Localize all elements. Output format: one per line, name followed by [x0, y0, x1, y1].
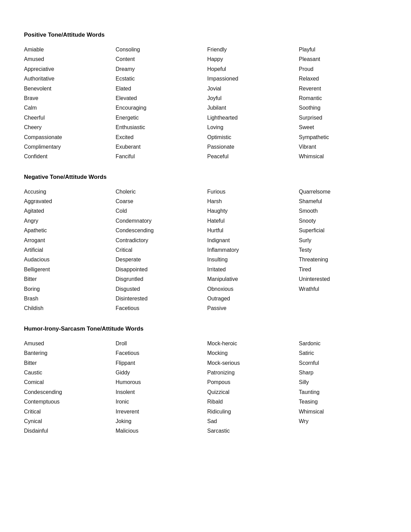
section-title-negative: Negative Tone/Attitude Words	[24, 174, 387, 181]
word-item: Humorous	[116, 378, 204, 387]
word-item: Indignant	[207, 236, 296, 245]
section-title-positive: Positive Tone/Attitude Words	[24, 32, 387, 38]
word-item: Malicious	[116, 426, 204, 435]
word-item: Whimsical	[299, 407, 387, 416]
word-item: Brash	[24, 294, 112, 303]
word-item: Exuberant	[116, 143, 204, 151]
word-item: Playful	[299, 45, 387, 54]
word-item: Inflammatory	[207, 246, 296, 255]
word-item: Amused	[24, 55, 112, 64]
word-item: Surprised	[299, 113, 387, 122]
word-item: Critical	[24, 407, 112, 416]
word-item: Jovial	[207, 84, 296, 93]
word-item: Cheerful	[24, 113, 112, 122]
word-item: Proud	[299, 65, 387, 74]
word-item	[299, 426, 387, 435]
word-item: Ridiculing	[207, 407, 296, 416]
word-item: Hateful	[207, 216, 296, 225]
word-item: Sardonic	[299, 339, 387, 348]
word-item: Obnoxious	[207, 285, 296, 294]
word-item: Vibrant	[299, 143, 387, 151]
word-item: Caustic	[24, 368, 112, 377]
word-item: Appreciative	[24, 65, 112, 74]
word-item: Sweet	[299, 123, 387, 132]
word-item: Irritated	[207, 265, 296, 274]
word-item: Hurtful	[207, 226, 296, 235]
word-item: Energetic	[116, 113, 204, 122]
word-item: Accusing	[24, 187, 112, 196]
word-item: Coarse	[116, 197, 204, 206]
word-grid-positive: AmiableConsolingFriendlyPlayfulAmusedCon…	[24, 45, 387, 161]
word-item: Optimistic	[207, 133, 296, 142]
word-item: Sad	[207, 417, 296, 426]
word-item	[299, 294, 387, 303]
word-item: Tired	[299, 265, 387, 274]
word-item: Mocking	[207, 349, 296, 358]
word-item: Romantic	[299, 94, 387, 103]
word-item: Hopeful	[207, 65, 296, 74]
word-item: Cold	[116, 207, 204, 215]
word-grid-negative: AccusingCholericFuriousQuarrelsomeAggrav…	[24, 187, 387, 313]
word-item: Critical	[116, 246, 204, 255]
word-item: Condescending	[24, 388, 112, 397]
word-item: Choleric	[116, 187, 204, 196]
word-item: Joyful	[207, 94, 296, 103]
word-item: Agitated	[24, 207, 112, 215]
word-item: Droll	[116, 339, 204, 348]
word-item: Bantering	[24, 349, 112, 358]
word-item: Condemnatory	[116, 216, 204, 225]
word-item: Threatening	[299, 255, 387, 264]
word-item: Passionate	[207, 143, 296, 151]
word-item: Boring	[24, 285, 112, 294]
word-item: Ecstatic	[116, 74, 204, 83]
word-item: Ironic	[116, 397, 204, 406]
word-item: Comical	[24, 378, 112, 387]
word-item: Confident	[24, 152, 112, 161]
section-humor: Humor-Irony-Sarcasm Tone/Attitude WordsA…	[24, 325, 387, 436]
word-item: Patronizing	[207, 368, 296, 377]
word-item	[299, 304, 387, 313]
word-item: Pleasant	[299, 55, 387, 64]
word-item: Loving	[207, 123, 296, 132]
word-item: Enthusiastic	[116, 123, 204, 132]
word-item: Desperate	[116, 255, 204, 264]
word-item: Benevolent	[24, 84, 112, 93]
word-item: Compassionate	[24, 133, 112, 142]
word-item: Lighthearted	[207, 113, 296, 122]
word-item: Harsh	[207, 197, 296, 206]
word-item: Facetious	[116, 304, 204, 313]
word-item: Angry	[24, 216, 112, 225]
word-item: Giddy	[116, 368, 204, 377]
word-item: Silly	[299, 378, 387, 387]
word-item: Disinterested	[116, 294, 204, 303]
word-item: Haughty	[207, 207, 296, 215]
word-item: Happy	[207, 55, 296, 64]
word-item: Scornful	[299, 359, 387, 368]
word-item: Jubilant	[207, 103, 296, 112]
word-item: Superficial	[299, 226, 387, 235]
word-item: Furious	[207, 187, 296, 196]
word-item: Sharp	[299, 368, 387, 377]
word-item: Ribald	[207, 397, 296, 406]
word-item: Insulting	[207, 255, 296, 264]
word-item: Wry	[299, 417, 387, 426]
word-item: Passive	[207, 304, 296, 313]
word-item: Amiable	[24, 45, 112, 54]
word-item: Cynical	[24, 417, 112, 426]
word-item: Mock-serious	[207, 359, 296, 368]
word-item: Excited	[116, 133, 204, 142]
word-item: Irreverent	[116, 407, 204, 416]
word-item: Disdainful	[24, 426, 112, 435]
word-item: Taunting	[299, 388, 387, 397]
word-item: Audacious	[24, 255, 112, 264]
word-item: Satiric	[299, 349, 387, 358]
word-item: Childish	[24, 304, 112, 313]
word-item: Insolent	[116, 388, 204, 397]
word-grid-humor: AmusedDrollMock-heroicSardonicBanteringF…	[24, 339, 387, 436]
word-item: Sarcastic	[207, 426, 296, 435]
word-item: Smooth	[299, 207, 387, 215]
word-item: Encouraging	[116, 103, 204, 112]
word-item: Disappointed	[116, 265, 204, 274]
word-item: Bitter	[24, 359, 112, 368]
word-item: Relaxed	[299, 74, 387, 83]
